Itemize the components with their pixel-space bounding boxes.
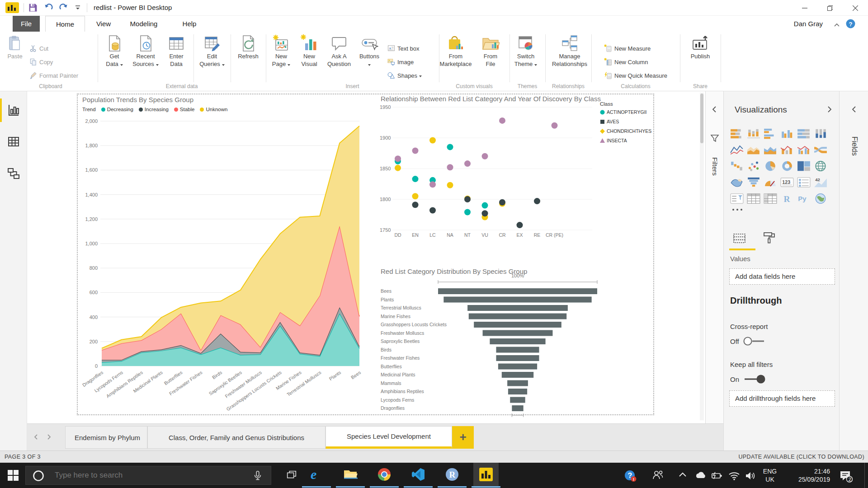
from-marketplace-button[interactable]: From Marketplace (435, 34, 476, 68)
new-quick-measure-button[interactable]: New Quick Measure (604, 70, 667, 80)
waterfall-chart-icon[interactable] (730, 160, 744, 172)
collapse-ribbon-icon[interactable] (834, 21, 840, 29)
legend-item[interactable]: CHONDRICHTHYES (600, 128, 651, 134)
tab-modeling[interactable]: Modeling (127, 16, 161, 32)
page-tab-species-level[interactable]: Species Level Development (326, 426, 452, 449)
help-icon[interactable]: ? (846, 19, 855, 30)
stacked-bar-chart-icon[interactable] (730, 127, 744, 140)
switch-theme-button[interactable]: Switch Theme (513, 34, 539, 68)
wifi-icon[interactable] (728, 469, 740, 481)
update-available-link[interactable]: UPDATE AVAILABLE (CLICK TO DOWNLOAD) (738, 454, 864, 460)
people-icon[interactable] (652, 469, 664, 481)
r-script-visual-icon[interactable]: R (780, 192, 794, 205)
cross-report-toggle[interactable]: Off (730, 336, 766, 346)
fields-tab-icon[interactable] (733, 232, 746, 245)
new-measure-button[interactable]: New Measure (604, 43, 651, 53)
ribbon-chart-icon[interactable] (814, 144, 827, 156)
filters-panel-label[interactable]: Filters (711, 157, 719, 176)
data-view-button[interactable] (7, 136, 20, 148)
manage-relationships-button[interactable]: Manage Relationships (549, 34, 590, 68)
scatter-chart-visual[interactable]: 17501800185019001950DDENLCNANTVUCREXRECR… (380, 94, 653, 246)
buttons-button[interactable]: Buttons (357, 34, 382, 68)
battery-icon[interactable] (711, 469, 722, 481)
start-button[interactable] (7, 469, 19, 483)
rstudio-taskbar-icon[interactable]: R (445, 467, 459, 482)
funnel-chart-visual[interactable]: 100%BeesPlantsTerrestrial MolluscsMarine… (380, 267, 653, 418)
page-tab-class-order[interactable]: Class, Order, Family and Genus Distribut… (147, 426, 326, 449)
text-box-button[interactable]: AText box (387, 43, 419, 53)
publish-button[interactable]: Publish (688, 34, 713, 60)
more-visuals-icon[interactable] (732, 205, 743, 213)
keep-all-filters-toggle[interactable]: On (730, 374, 766, 384)
line-chart-icon[interactable] (730, 144, 744, 156)
scrollbar-thumb[interactable] (700, 94, 703, 143)
card-icon[interactable]: 123 (780, 176, 794, 188)
file-explorer-taskbar-icon[interactable] (343, 467, 358, 482)
table-icon[interactable] (747, 192, 760, 205)
legend-item[interactable]: Stable (174, 107, 195, 112)
onedrive-icon[interactable] (694, 469, 706, 481)
undo-button[interactable] (43, 3, 53, 13)
customize-toolbar-icon[interactable] (74, 5, 81, 11)
100-stacked-bar-chart-icon[interactable] (797, 127, 811, 140)
cut-button[interactable]: Cut (29, 43, 48, 53)
cortana-icon[interactable] (32, 469, 45, 484)
save-button[interactable] (28, 3, 38, 13)
refresh-button[interactable]: Refresh (236, 34, 261, 60)
show-desktop-button[interactable] (864, 463, 865, 488)
format-painter-button[interactable]: Format Painter (29, 70, 78, 80)
values-tab-label[interactable]: Values (730, 255, 750, 263)
clustered-bar-chart-icon[interactable] (764, 127, 777, 140)
ask-a-question-button[interactable]: Ask A Question (325, 34, 353, 68)
taskbar-search[interactable] (25, 466, 271, 485)
tray-chevron-up-icon[interactable] (677, 469, 689, 481)
funnel-icon[interactable] (747, 176, 760, 188)
image-button[interactable]: Image (387, 57, 414, 67)
legend-item[interactable]: Increasing (139, 107, 169, 112)
clustered-column-chart-icon[interactable] (780, 127, 794, 140)
microphone-icon[interactable] (252, 470, 264, 483)
page-tab-endemism[interactable]: Endemism by Phylum (65, 426, 147, 449)
chrome-taskbar-icon[interactable] (377, 467, 392, 482)
legend-item[interactable]: ACTINOPTERYGII (600, 109, 651, 115)
add-data-fields-dropzone[interactable]: Add data fields here (729, 268, 835, 285)
vertical-scrollbar[interactable] (700, 93, 704, 420)
vscode-taskbar-icon[interactable] (411, 467, 425, 482)
stacked-area-chart-icon[interactable] (764, 144, 777, 156)
pie-chart-icon[interactable] (764, 160, 777, 172)
new-page-tab-button[interactable]: + (452, 426, 474, 449)
model-view-button[interactable] (7, 167, 20, 180)
clock[interactable]: 21:4625/09/2019 (783, 467, 830, 483)
user-name[interactable]: Dan Gray (787, 16, 823, 32)
gauge-icon[interactable] (764, 176, 777, 188)
copy-button[interactable]: Copy (29, 57, 53, 67)
tab-help[interactable]: Help (180, 16, 199, 32)
redo-button[interactable] (59, 3, 69, 13)
new-page-button[interactable]: New Page (269, 34, 293, 68)
recent-sources-button[interactable]: Recent Sources (131, 34, 160, 68)
python-visual-icon[interactable]: Py (797, 192, 811, 205)
new-column-button[interactable]: New Column (604, 57, 648, 67)
kpi-icon[interactable]: 42 (814, 176, 827, 188)
expand-filters-chevron-icon[interactable] (712, 106, 717, 115)
legend-item[interactable]: AVES (600, 119, 651, 124)
fields-panel-label[interactable]: Fields (850, 136, 859, 156)
volume-icon[interactable] (744, 469, 756, 481)
power-bi-taskbar-icon[interactable] (479, 467, 493, 482)
report-view-button[interactable] (7, 104, 20, 117)
next-page-arrow-icon[interactable] (47, 434, 52, 442)
matrix-icon[interactable] (764, 192, 777, 205)
filter-icon[interactable] (710, 134, 719, 145)
map-icon[interactable] (814, 160, 827, 172)
line-clustered-column-combo-chart-icon[interactable] (797, 144, 811, 156)
from-file-button[interactable]: From File (478, 34, 503, 68)
add-drillthrough-fields-dropzone[interactable]: Add drillthrough fields here (729, 390, 835, 407)
new-visual-button[interactable]: New Visual (297, 34, 321, 68)
area-chart-visual[interactable]: 02004006008001,0001,2001,4001,6001,8002,… (81, 95, 362, 414)
collapse-visualizations-chevron-icon[interactable] (827, 106, 832, 115)
tab-file[interactable]: File (13, 16, 40, 32)
enter-data-button[interactable]: Enter Data (164, 34, 189, 68)
action-center-icon[interactable]: 2 (839, 469, 851, 481)
paste-button[interactable]: Paste (4, 34, 26, 60)
edit-queries-button[interactable]: Edit Queries (198, 34, 226, 68)
